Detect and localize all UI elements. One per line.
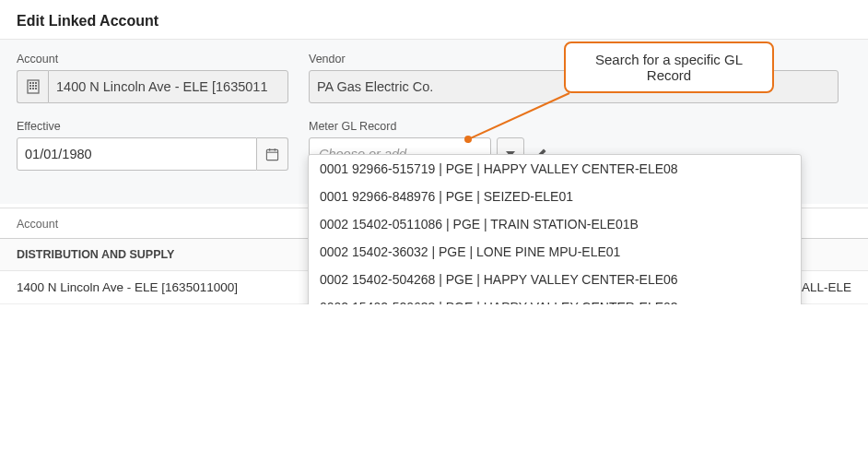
meter-gl-dropdown-list[interactable]: 0001 92966-515719 | PGE | HAPPY VALLEY C… bbox=[309, 155, 801, 304]
dropdown-item[interactable]: 0001 92966-848976 | PGE | SEIZED-ELE01 bbox=[309, 183, 801, 210]
dropdown-item[interactable]: 0002 15402-36032 | PGE | LONE PINE MPU-E… bbox=[309, 238, 801, 266]
svg-rect-8 bbox=[32, 88, 34, 89]
building-icon bbox=[17, 70, 48, 103]
effective-field: Effective 01/01/1980 bbox=[17, 120, 288, 171]
dropdown-item[interactable]: 0002 15402-504268 | PGE | HAPPY VALLEY C… bbox=[309, 266, 801, 293]
meter-gl-dropdown: 0001 92966-515719 | PGE | HAPPY VALLEY C… bbox=[308, 154, 802, 304]
svg-rect-7 bbox=[29, 88, 31, 89]
svg-rect-2 bbox=[32, 82, 34, 84]
dropdown-item[interactable]: 0001 92966-515719 | PGE | HAPPY VALLEY C… bbox=[309, 155, 801, 183]
form-area: Account 1400 N Lincoln Ave - ELE [163501… bbox=[0, 39, 868, 204]
account-field: Account 1400 N Lincoln Ave - ELE [163501… bbox=[17, 53, 288, 103]
page-title: Edit Linked Account bbox=[0, 0, 868, 39]
account-label: Account bbox=[17, 53, 288, 65]
effective-label: Effective bbox=[17, 120, 288, 133]
svg-rect-1 bbox=[29, 82, 31, 84]
table-header-account: Account bbox=[17, 218, 58, 231]
svg-rect-9 bbox=[35, 88, 37, 89]
calendar-button[interactable] bbox=[257, 137, 288, 171]
account-input[interactable]: 1400 N Lincoln Ave - ELE [1635011 bbox=[48, 70, 288, 103]
dropdown-item[interactable]: 0002 15402-0511086 | PGE | TRAIN STATION… bbox=[309, 210, 801, 238]
dropdown-item[interactable]: 0002 15402-520633 | PGE | HAPPY VALLEY C… bbox=[309, 293, 801, 304]
svg-rect-10 bbox=[266, 149, 277, 160]
meter-gl-label: Meter GL Record bbox=[309, 120, 548, 133]
svg-rect-5 bbox=[32, 85, 34, 87]
effective-input[interactable]: 01/01/1980 bbox=[17, 137, 257, 171]
callout-tooltip: Search for a specific GL Record bbox=[564, 42, 774, 93]
svg-rect-3 bbox=[35, 82, 37, 84]
svg-rect-4 bbox=[29, 85, 31, 87]
svg-rect-6 bbox=[35, 85, 37, 87]
